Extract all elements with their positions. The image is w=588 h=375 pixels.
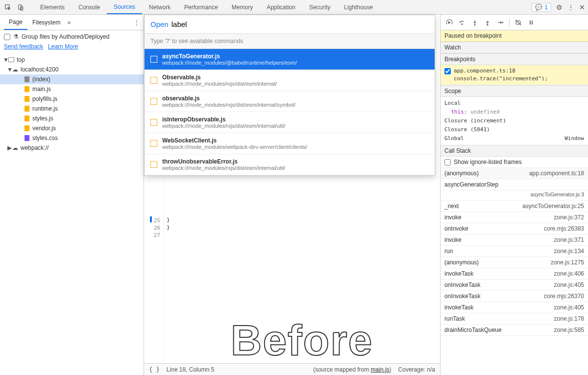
learn-more-link[interactable]: Learn More [48, 43, 78, 50]
quick-open-item-path: webpack:///node_modules/rxjs/dist/esm/in… [162, 102, 295, 108]
paused-banner: Paused on breakpoint [441, 30, 588, 42]
file-icon [150, 77, 157, 84]
callstack-frame[interactable]: invokezone.js:372 [441, 212, 588, 223]
tree-file-stylescss[interactable]: styles.css [0, 133, 144, 143]
tab-performance[interactable]: Performance [177, 0, 225, 14]
navigator-panel: Page Filesystem » ⋮ ⚗ Group files by Aut… [0, 15, 144, 375]
tab-lighthouse[interactable]: Lighthouse [337, 0, 380, 14]
tree-file-main[interactable]: main.js [0, 84, 144, 94]
tree-file-stylesjs[interactable]: styles.js [0, 114, 144, 123]
device-icon[interactable] [16, 2, 25, 12]
subtab-filesystem[interactable]: Filesystem [27, 15, 65, 30]
callstack-frame[interactable]: _nextasyncToGenerator.js:25 [441, 201, 588, 212]
tab-security[interactable]: Security [302, 0, 337, 14]
scope-header[interactable]: Scope [441, 85, 588, 97]
svg-rect-1 [19, 4, 22, 9]
quick-open-input[interactable] [172, 20, 429, 28]
callstack-header[interactable]: Call Stack [441, 145, 588, 157]
quick-open-item[interactable]: observable.jswebpack:///node_modules/rxj… [145, 91, 435, 112]
callstack-frame[interactable]: onInvokecore.mjs:26383 [441, 223, 588, 234]
pause-exceptions-icon[interactable] [527, 19, 535, 26]
quick-open-item-title: Observable.js [162, 74, 277, 81]
group-label: Group files by Authored/Deployed [22, 33, 109, 40]
callstack-list: (anonymous)app.component.ts:18asyncGener… [441, 168, 588, 336]
step-out-icon[interactable] [484, 19, 491, 26]
callstack-frame[interactable]: runzone.js:134 [441, 246, 588, 257]
step-icon[interactable] [496, 19, 504, 26]
callstack-frame[interactable]: runTaskzone.js:178 [441, 313, 588, 325]
sourcemap-label: (source mapped from main.js) [313, 366, 391, 373]
quick-open-item[interactable]: Observable.jswebpack:///node_modules/rxj… [145, 70, 435, 91]
quick-open-item[interactable]: throwUnobservableError.jswebpack:///node… [145, 154, 435, 175]
breakpoints-header[interactable]: Breakpoints [441, 53, 588, 65]
step-into-icon[interactable] [471, 19, 479, 26]
more-icon[interactable]: ⋮ [567, 3, 574, 11]
svg-point-5 [487, 24, 488, 25]
file-icon [150, 140, 157, 147]
inspect-icon[interactable] [3, 2, 13, 12]
quick-open-item[interactable]: WebSocketClient.jswebpack:///node_module… [145, 133, 435, 154]
subtab-more-icon[interactable]: » [67, 19, 71, 26]
quick-open-item[interactable]: asyncToGenerator.jswebpack:///node_modul… [145, 49, 435, 70]
callstack-frame[interactable]: (anonymous)app.component.ts:18 [441, 168, 588, 179]
deactivate-breakpoints-icon[interactable] [514, 19, 522, 26]
settings-icon[interactable]: ⚙ [556, 3, 563, 11]
callstack-frame[interactable]: invokezone.js:371 [441, 234, 588, 246]
quick-open-item-title: WebSocketClient.js [162, 137, 307, 144]
callstack-frame[interactable]: (anonymous)zone.js:1275 [441, 257, 588, 268]
tab-memory[interactable]: Memory [225, 0, 260, 14]
callstack-frame[interactable]: onInvokeTaskcore.mjs:26370 [441, 291, 588, 302]
feedback-link[interactable]: Send feedback [4, 43, 43, 50]
tree-file-polyfills[interactable]: polyfills.js [0, 94, 144, 104]
sourcemap-file-link[interactable]: main.js [371, 366, 390, 373]
tab-sources[interactable]: Sources [107, 0, 142, 14]
experiment-icon: ⚗ [13, 33, 19, 40]
quick-open-list[interactable]: asyncToGenerator.jswebpack:///node_modul… [145, 49, 435, 175]
callstack-frame[interactable]: invokeTaskzone.js:406 [441, 268, 588, 280]
quick-open-item-path: webpack:///node_modules/rxjs/dist/esm/in… [162, 81, 277, 87]
svg-rect-2 [21, 6, 23, 10]
step-over-icon[interactable] [458, 19, 466, 26]
frame-function: (anonymous) [444, 170, 479, 177]
tree-file-runtime[interactable]: runtime.js [0, 104, 144, 114]
quick-open-label: Open [150, 20, 169, 28]
tab-console[interactable]: Console [72, 0, 107, 14]
cloud-icon: ☁ [12, 66, 19, 73]
breakpoint-checkbox[interactable] [444, 68, 451, 74]
svg-rect-8 [532, 20, 533, 24]
close-icon[interactable]: ✕ [579, 3, 585, 11]
quick-open-item[interactable]: isInteropObservable.jswebpack:///node_mo… [145, 112, 435, 133]
file-icon [150, 56, 157, 63]
group-checkbox[interactable] [4, 34, 10, 40]
resume-icon[interactable] [445, 19, 453, 26]
issues-badge[interactable]: 💬 1 [532, 3, 551, 12]
tab-application[interactable]: Application [260, 0, 302, 14]
callstack-frame[interactable]: onInvokeTaskzone.js:405 [441, 280, 588, 291]
tree-top[interactable]: ▼top [0, 55, 144, 65]
frame-function: onInvoke [444, 225, 468, 232]
show-ignore-row[interactable]: Show ignore-listed frames [441, 157, 588, 168]
issues-count: 1 [544, 4, 548, 11]
tree-host[interactable]: ▼☁localhost:4200 [0, 65, 144, 74]
tab-network[interactable]: Network [142, 0, 177, 14]
file-icon [150, 161, 157, 168]
quick-open-dialog: Open Type '?' to see available commands … [144, 15, 435, 176]
tab-elements[interactable]: Elements [33, 0, 72, 14]
show-ignore-checkbox[interactable] [444, 159, 451, 165]
callstack-frame[interactable]: drainMicroTaskQueuezone.js:585 [441, 325, 588, 336]
breakpoint-item[interactable]: app.component.ts:18 console.trace("incre… [441, 65, 588, 85]
watch-header[interactable]: Watch [441, 42, 588, 53]
tree-webpack[interactable]: ▶☁webpack:// [0, 143, 144, 153]
cursor-position: Line 18, Column 5 [167, 366, 214, 373]
callstack-frame[interactable]: asyncGeneratorStep [441, 179, 588, 190]
frame-function: invokeTask [444, 304, 473, 311]
subtab-page[interactable]: Page [4, 15, 27, 30]
quick-open-item-title: asyncToGenerator.js [162, 53, 297, 60]
frame-function: run [444, 248, 453, 255]
tree-file-vendor[interactable]: vendor.js [0, 123, 144, 133]
svg-point-6 [502, 22, 503, 23]
callstack-frame[interactable]: invokeTaskzone.js:405 [441, 302, 588, 313]
subtab-menu-icon[interactable]: ⋮ [134, 19, 140, 26]
pretty-print-icon[interactable]: { } [149, 366, 160, 373]
tree-file-index[interactable]: (index) [0, 74, 144, 84]
